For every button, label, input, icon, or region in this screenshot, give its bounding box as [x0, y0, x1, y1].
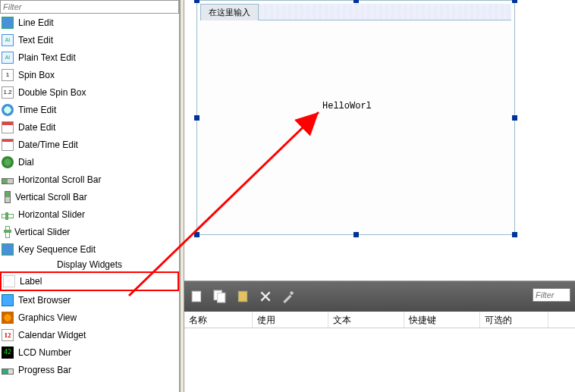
widget-item-calendar[interactable]: 12Calendar Widget: [0, 326, 179, 343]
widget-item-plaintextedit[interactable]: AIPlain Text Edit: [0, 49, 179, 66]
widget-label: Line Edit: [18, 17, 54, 28]
widget-filter-input[interactable]: [0, 0, 179, 14]
svg-point-4: [290, 291, 294, 295]
lcdnumber-icon: 42: [2, 347, 14, 359]
action-filter-input[interactable]: [533, 288, 570, 302]
textbrowser-icon: [2, 294, 14, 306]
widget-label: Text Edit: [18, 35, 53, 45]
widget-label: Spin Box: [18, 70, 55, 80]
configure-icon[interactable]: [281, 290, 295, 303]
widget-label: Horizontal Slider: [18, 209, 85, 220]
widget-label: LCD Number: [18, 347, 71, 358]
widget-item-progressbar[interactable]: Progress Bar: [0, 361, 179, 378]
widget-item-keysequence[interactable]: Key Sequence Edit: [0, 240, 179, 258]
widget-label: Label: [20, 276, 42, 287]
col-text[interactable]: 文本: [328, 312, 404, 328]
widget-label: Double Spin Box: [18, 87, 86, 98]
label-widget[interactable]: HelloWorl: [322, 101, 372, 111]
resize-handle-br[interactable]: [512, 232, 517, 237]
widget-item-vslider[interactable]: Vertical Slider: [0, 223, 179, 240]
resize-handle-tr[interactable]: [512, 0, 517, 3]
resize-handle-tm[interactable]: [353, 0, 359, 3]
resize-handle-ml[interactable]: [194, 115, 200, 121]
new-action-icon[interactable]: [190, 290, 204, 303]
svg-rect-2: [218, 293, 225, 303]
plaintextedit-icon: AI: [2, 52, 14, 64]
copy-action-icon[interactable]: [213, 290, 227, 303]
widget-label: Vertical Scroll Bar: [15, 192, 87, 202]
widget-label: Graphics View: [18, 312, 77, 323]
widget-item-dial[interactable]: Dial: [0, 153, 179, 171]
tab[interactable]: 在这里输入: [200, 4, 259, 20]
textedit-icon: AI: [2, 34, 14, 46]
resize-handle-bm[interactable]: [353, 232, 359, 237]
widget-item-textedit[interactable]: AIText Edit: [0, 31, 179, 49]
label-icon: [3, 275, 15, 287]
action-editor-panel: 名称 使用 文本 快捷键 可选的: [184, 281, 575, 392]
vscroll-icon: [5, 191, 11, 203]
datetimeedit-icon: [2, 139, 14, 151]
action-toolbar: [184, 281, 575, 312]
col-checkable[interactable]: 可选的: [480, 312, 548, 328]
widget-item-textbrowser[interactable]: Text Browser: [0, 291, 179, 309]
paste-action-icon[interactable]: [236, 290, 250, 303]
keysequence-icon: [2, 243, 14, 256]
svg-rect-0: [192, 291, 200, 302]
widget-label: Horizontal Scroll Bar: [18, 174, 101, 185]
hscroll-icon: [2, 178, 14, 184]
widget-item-hscrollbar[interactable]: Horizontal Scroll Bar: [0, 171, 179, 188]
category-display-widgets[interactable]: Display Widgets: [0, 258, 179, 271]
lineedit-icon: [2, 17, 14, 29]
widget-item-lineedit[interactable]: Line Edit: [0, 14, 179, 31]
col-used[interactable]: 使用: [253, 312, 328, 328]
dateedit-icon: [2, 121, 14, 133]
doublespinbox-icon: 1.2: [2, 86, 14, 99]
tab-bar: 在这里输入: [200, 4, 511, 20]
progressbar-icon: [2, 368, 14, 375]
resize-handle-tl[interactable]: [194, 0, 200, 3]
calendar-icon: 12: [2, 329, 14, 341]
widget-item-datetimeedit[interactable]: Date/Time Edit: [0, 136, 179, 153]
widget-label: Date/Time Edit: [18, 140, 78, 150]
widget-item-dateedit[interactable]: Date Edit: [0, 118, 179, 136]
widget-item-lcdnumber[interactable]: 42LCD Number: [0, 343, 179, 361]
widget-label: Dial: [18, 157, 34, 168]
widget-item-timeedit[interactable]: Time Edit: [0, 101, 179, 118]
widget-list: Line Edit AIText Edit AIPlain Text Edit …: [0, 14, 179, 378]
widget-label: Plain Text Edit: [18, 52, 76, 63]
col-shortcut[interactable]: 快捷键: [404, 312, 480, 328]
widget-label: Date Edit: [18, 122, 55, 133]
widget-box-sidebar: Line Edit AIText Edit AIPlain Text Edit …: [0, 0, 180, 392]
widget-label: Time Edit: [18, 105, 56, 115]
action-table-header: 名称 使用 文本 快捷键 可选的: [184, 312, 575, 328]
timeedit-icon: [2, 104, 14, 116]
svg-rect-3: [238, 291, 247, 302]
widget-item-spinbox[interactable]: 1Spin Box: [0, 66, 179, 83]
graphicsview-icon: [2, 312, 14, 324]
vslider-icon: [5, 226, 10, 238]
widget-label: Key Sequence Edit: [18, 244, 96, 255]
widget-item-vscrollbar[interactable]: Vertical Scroll Bar: [0, 188, 179, 205]
tab-label: 在这里输入: [209, 8, 250, 17]
spinbox-icon: 1: [2, 69, 14, 81]
widget-item-label[interactable]: Label: [0, 271, 179, 291]
widget-label: Vertical Slider: [14, 227, 70, 237]
dial-icon: [2, 156, 14, 168]
widget-item-hslider[interactable]: Horizontal Slider: [0, 205, 179, 223]
form-grid: [200, 22, 511, 231]
form-widget[interactable]: 在这里输入 HelloWorl: [196, 0, 515, 235]
resize-handle-bl[interactable]: [194, 232, 200, 237]
widget-label: Text Browser: [18, 295, 71, 306]
widget-label: Progress Bar: [18, 365, 71, 375]
category-label: Display Widgets: [57, 259, 122, 270]
hslider-icon: [2, 214, 14, 218]
col-name[interactable]: 名称: [184, 312, 253, 328]
widget-item-doublespinbox[interactable]: 1.2Double Spin Box: [0, 83, 179, 101]
delete-action-icon[interactable]: [259, 290, 272, 303]
resize-handle-mr[interactable]: [512, 115, 517, 121]
widget-item-graphicsview[interactable]: Graphics View: [0, 309, 179, 326]
form-designer-canvas[interactable]: 在这里输入 HelloWorl: [184, 0, 575, 277]
widget-label: Calendar Widget: [18, 330, 86, 340]
